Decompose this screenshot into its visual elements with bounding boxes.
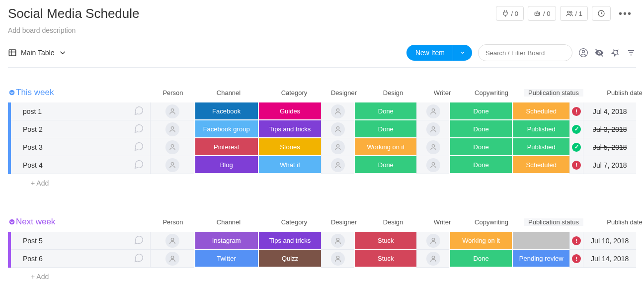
avatar-placeholder[interactable]	[331, 140, 345, 154]
item-name-cell[interactable]: Post 3	[11, 138, 150, 156]
group-toggle[interactable]	[8, 89, 16, 97]
design-status-cell[interactable]: Done	[354, 120, 416, 138]
item-name-cell[interactable]: Post 4	[11, 156, 150, 174]
designer-cell[interactable]	[321, 120, 354, 138]
category-cell[interactable]: Stories	[258, 138, 322, 156]
designer-cell[interactable]	[321, 138, 354, 156]
group-title[interactable]: This week	[16, 88, 150, 98]
channel-cell[interactable]: Instagram	[194, 232, 258, 250]
table-row[interactable]: Post 4 Blog What if Done Done Scheduled …	[8, 156, 636, 174]
activity-badge[interactable]	[592, 6, 611, 21]
copywriting-status-cell[interactable]: Done	[449, 120, 512, 138]
chat-icon[interactable]	[133, 159, 144, 171]
person-cell[interactable]	[150, 120, 194, 138]
person-cell[interactable]	[150, 102, 194, 120]
table-row[interactable]: Post 6 Twitter Quizz Stuck Done Pending …	[8, 250, 636, 268]
design-status-cell[interactable]: Working on it	[354, 138, 416, 156]
publish-date-cell[interactable]: Jul 3, 2018	[583, 120, 636, 138]
category-cell[interactable]: Quizz	[258, 250, 322, 268]
avatar-placeholder[interactable]	[331, 234, 345, 248]
table-row[interactable]: Post 3 Pinterest Stories Working on it D…	[8, 138, 636, 156]
add-row[interactable]: + Add	[8, 174, 636, 192]
group-toggle[interactable]	[8, 218, 16, 226]
publication-status-cell[interactable]: Published	[512, 138, 569, 156]
designer-cell[interactable]	[321, 232, 354, 250]
channel-cell[interactable]: Twitter	[194, 250, 258, 268]
col-person[interactable]: Person	[150, 218, 196, 226]
writer-cell[interactable]	[416, 120, 449, 138]
category-cell[interactable]: Tips and tricks	[258, 120, 322, 138]
copywriting-status-cell[interactable]: Done	[449, 250, 512, 268]
avatar-placeholder[interactable]	[165, 122, 179, 136]
person-cell[interactable]	[150, 138, 194, 156]
writer-cell[interactable]	[416, 102, 449, 120]
writer-cell[interactable]	[416, 156, 449, 174]
design-status-cell[interactable]: Stuck	[354, 250, 416, 268]
col-designer[interactable]: Designer	[327, 218, 361, 226]
group-title[interactable]: Next week	[16, 217, 150, 227]
chat-icon[interactable]	[133, 252, 144, 265]
table-row[interactable]: Post 5 Instagram Tips and tricks Stuck W…	[8, 232, 636, 250]
avatar-placeholder[interactable]	[165, 158, 179, 172]
design-status-cell[interactable]: Done	[354, 156, 416, 174]
avatar-placeholder[interactable]	[426, 122, 440, 136]
add-row[interactable]: + Add	[8, 268, 636, 286]
table-row[interactable]: Post 2 Facebook group Tips and tricks Do…	[8, 120, 636, 138]
avatar-placeholder[interactable]	[426, 140, 440, 154]
item-name-cell[interactable]: Post 6	[11, 250, 150, 268]
item-name-cell[interactable]: Post 2	[11, 120, 150, 138]
publish-date-cell[interactable]: Jul 10, 2018	[583, 232, 636, 250]
chat-icon[interactable]	[133, 123, 144, 135]
avatar-placeholder[interactable]	[426, 104, 440, 118]
publish-date-cell[interactable]: Jul 14, 2018	[583, 250, 636, 268]
chat-icon[interactable]	[133, 141, 144, 153]
copywriting-status-cell[interactable]: Working on it	[449, 232, 512, 250]
publish-date-cell[interactable]: Jul 4, 2018	[583, 102, 636, 120]
writer-cell[interactable]	[416, 232, 449, 250]
avatar-placeholder[interactable]	[331, 104, 345, 118]
copywriting-status-cell[interactable]: Done	[449, 102, 512, 120]
channel-cell[interactable]: Pinterest	[194, 138, 258, 156]
automations-badge[interactable]: / 0	[528, 6, 556, 21]
avatar-placeholder[interactable]	[165, 252, 179, 266]
col-publication-status[interactable]: Publication status	[524, 89, 583, 97]
col-publish-date[interactable]: Publish date	[597, 218, 644, 226]
avatar-placeholder[interactable]	[165, 234, 179, 248]
new-item-button[interactable]: New Item	[406, 45, 472, 61]
copywriting-status-cell[interactable]: Done	[449, 156, 512, 174]
col-category[interactable]: Category	[261, 89, 327, 97]
chat-icon[interactable]	[133, 234, 144, 247]
category-cell[interactable]: Tips and tricks	[258, 232, 322, 250]
avatar-placeholder[interactable]	[426, 252, 440, 266]
person-cell[interactable]	[150, 156, 194, 174]
publish-date-cell[interactable]: Jul 7, 2018	[583, 156, 636, 174]
avatar-placeholder[interactable]	[331, 122, 345, 136]
col-category[interactable]: Category	[261, 218, 327, 226]
more-menu[interactable]: •••	[615, 8, 636, 19]
col-design[interactable]: Design	[361, 218, 425, 226]
channel-cell[interactable]: Blog	[194, 156, 258, 174]
designer-cell[interactable]	[321, 156, 354, 174]
members-badge[interactable]: / 1	[560, 6, 588, 21]
col-channel[interactable]: Channel	[196, 89, 261, 97]
avatar-placeholder[interactable]	[426, 234, 440, 248]
page-description[interactable]: Add board description	[8, 26, 496, 34]
avatar-placeholder[interactable]	[165, 104, 179, 118]
col-design[interactable]: Design	[361, 89, 425, 97]
col-designer[interactable]: Designer	[327, 89, 361, 97]
avatar-placeholder[interactable]	[331, 252, 345, 266]
search-input[interactable]	[478, 44, 572, 61]
col-publish-date[interactable]: Publish date	[597, 89, 644, 97]
col-writer[interactable]: Writer	[425, 89, 459, 97]
category-cell[interactable]: Guides	[258, 102, 322, 120]
avatar-placeholder[interactable]	[331, 158, 345, 172]
col-channel[interactable]: Channel	[196, 218, 261, 226]
channel-cell[interactable]: Facebook group	[194, 120, 258, 138]
channel-cell[interactable]: Facebook	[194, 102, 258, 120]
writer-cell[interactable]	[416, 250, 449, 268]
eye-icon[interactable]	[594, 48, 604, 58]
new-item-dropdown[interactable]	[453, 45, 472, 61]
col-copywriting[interactable]: Copywriting	[459, 218, 524, 226]
col-publication-status[interactable]: Publication status	[524, 218, 583, 226]
table-row[interactable]: post 1 Facebook Guides Done Done Schedul…	[8, 102, 636, 120]
